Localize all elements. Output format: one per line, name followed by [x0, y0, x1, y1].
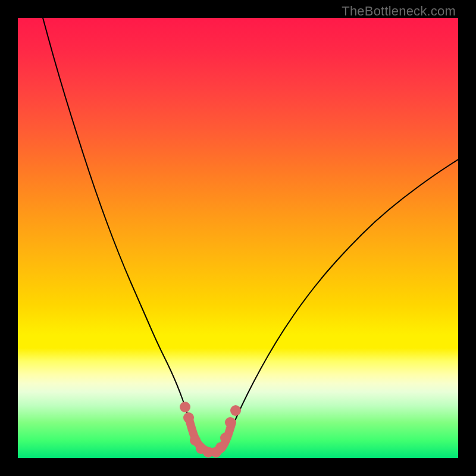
watermark-text: TheBottleneck.com [342, 4, 456, 19]
data-point-marker [215, 442, 226, 453]
right-curve [225, 159, 458, 445]
data-point-marker [230, 405, 241, 416]
left-curve [43, 18, 195, 445]
data-point-marker [180, 402, 190, 412]
data-point-marker [225, 417, 236, 428]
curve-layer [18, 18, 458, 458]
data-point-marker [183, 412, 194, 423]
plot-area [18, 18, 458, 458]
chart-frame: TheBottleneck.com [0, 0, 476, 476]
data-point-marker [220, 433, 231, 443]
